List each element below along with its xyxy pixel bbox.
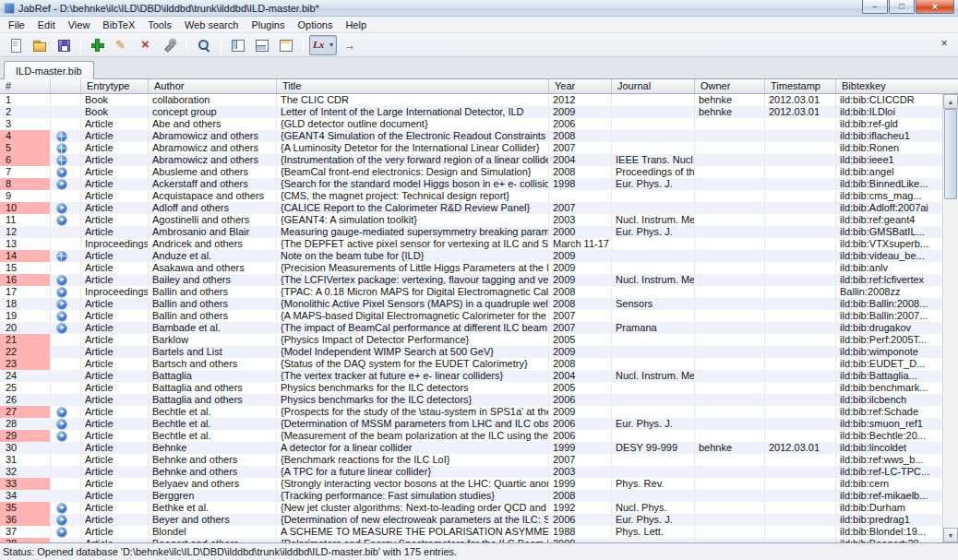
- table-row[interactable]: 10ArticleAdloff and others{CALICE Report…: [0, 202, 942, 214]
- table-row[interactable]: 37ArticleBlondelA SCHEME TO MEASURE THE …: [0, 526, 942, 538]
- table-row[interactable]: 20ArticleBambade et al.{The impact of Be…: [0, 322, 942, 334]
- row-number-cell: 15: [0, 262, 51, 274]
- cell-year: 2007: [549, 202, 612, 214]
- table-row[interactable]: 2Bookconcept groupLetter of Intent of th…: [0, 106, 942, 118]
- menu-item-options[interactable]: Options: [291, 17, 339, 32]
- scroll-down-icon[interactable]: ▼: [943, 528, 958, 542]
- column-header-entrytype[interactable]: Entrytype: [81, 79, 149, 94]
- table-row[interactable]: 14ArticleAnduze et al.Note on the beam t…: [0, 250, 942, 262]
- column-header-number[interactable]: #: [0, 79, 51, 94]
- cell-owner: behnke: [695, 106, 765, 118]
- push-to-lyx-button[interactable]: ▾: [309, 35, 337, 55]
- table-row[interactable]: 24ArticleBattaglia{The vertex tracker at…: [0, 370, 942, 382]
- cell-title: {Tracking performance: Fast simulation s…: [277, 490, 549, 502]
- table-row[interactable]: 23ArticleBartsch and others{Status of th…: [0, 358, 942, 370]
- cell-owner: [695, 370, 765, 382]
- minimize-button[interactable]: –: [862, 0, 888, 14]
- search-button[interactable]: [193, 35, 215, 55]
- table-row[interactable]: 31ArticleBehnke and others{Benchmark rea…: [0, 454, 942, 466]
- edit-strings-button[interactable]: [159, 35, 181, 55]
- table-row[interactable]: 33ArticleBelyaev and others{Strongly int…: [0, 478, 942, 490]
- row-number-cell: 33: [0, 478, 51, 490]
- title-bar[interactable]: JabRef - D:\behnke\ilc\ILD\DBD\ilddbd\tr…: [0, 0, 958, 17]
- scroll-up-icon[interactable]: ▲: [943, 94, 958, 109]
- menu-item-edit[interactable]: Edit: [31, 17, 62, 32]
- table-row[interactable]: 16ArticleBailey and others{The LCFIVerte…: [0, 274, 942, 286]
- save-database-button[interactable]: [53, 35, 75, 55]
- toolbar-separator: [221, 37, 222, 54]
- new-database-button[interactable]: [5, 35, 27, 55]
- table-row[interactable]: 21ArticleBarklow{Physics Impact of Detec…: [0, 334, 942, 346]
- column-header-bibtexkey[interactable]: Bibtexkey: [836, 79, 942, 94]
- table-row[interactable]: 18ArticleBallin and others{Monolithic Ac…: [0, 298, 942, 310]
- edit-entry-button[interactable]: [111, 35, 133, 55]
- table-row[interactable]: 30ArticleBehnkeA detector for a linear c…: [0, 442, 942, 454]
- cross-icon: [138, 38, 153, 53]
- menu-item-tools[interactable]: Tools: [141, 17, 178, 32]
- column-header-icon[interactable]: [51, 79, 81, 94]
- menu-item-help[interactable]: Help: [339, 17, 373, 32]
- delete-entry-button[interactable]: [135, 35, 157, 55]
- cell-author: Behnke: [149, 442, 277, 454]
- menu-item-bibtex[interactable]: BibTeX: [96, 17, 141, 32]
- table-row[interactable]: 32ArticleBehnke and others{A TPC for a f…: [0, 466, 942, 478]
- table-row[interactable]: 34ArticleBerggren{Tracking performance: …: [0, 490, 942, 502]
- table-row[interactable]: 7ArticleAbusleme and others{BeamCal fron…: [0, 166, 942, 178]
- table-row[interactable]: 17InproceedingsBallin and others{TPAC: A…: [0, 286, 942, 298]
- scrollbar-track[interactable]: [943, 109, 958, 528]
- table-row[interactable]: 19ArticleBallin and others{A MAPS-based …: [0, 310, 942, 322]
- cell-title: {Benchmark reactions for the ILC LoI}: [277, 454, 549, 466]
- link-arrow-icon: [57, 528, 66, 537]
- table-row[interactable]: 5ArticleAbramowicz and others{A Luminosi…: [0, 142, 942, 154]
- cell-year: 1998: [549, 178, 612, 190]
- table-row[interactable]: 12ArticleAmbrosanio and BlairMeasuring g…: [0, 226, 942, 238]
- toggle-preview-button[interactable]: [251, 35, 273, 55]
- cell-journal: [612, 262, 695, 274]
- column-header-title[interactable]: Title: [277, 79, 549, 94]
- row-number-cell: 19: [0, 310, 51, 322]
- table-row[interactable]: 9ArticleAcquistapace and others{CMS, the…: [0, 190, 942, 202]
- table-row[interactable]: 11ArticleAgostinelli and others{GEANT4: …: [0, 214, 942, 226]
- table-row[interactable]: 36ArticleBeyer and others{Determination …: [0, 514, 942, 526]
- table-row[interactable]: 28ArticleBechtle et al.{Determination of…: [0, 418, 942, 430]
- table-row[interactable]: 6ArticleAbramowicz and others{Instrument…: [0, 154, 942, 166]
- tab-ild-master[interactable]: ILD-master.bib: [4, 61, 94, 79]
- cell-author: Bartsch and others: [149, 358, 277, 370]
- table-row[interactable]: 25ArticleBattaglia and othersPhysics ben…: [0, 382, 942, 394]
- cell-owner: [695, 430, 765, 442]
- vertical-scrollbar[interactable]: ▲ ▼: [942, 94, 958, 542]
- table-row[interactable]: 29ArticleBechtle et al.{Measurement of t…: [0, 430, 942, 442]
- column-header-year[interactable]: Year: [549, 79, 612, 94]
- column-header-owner[interactable]: Owner: [695, 79, 765, 94]
- menu-item-web-search[interactable]: Web search: [178, 17, 245, 32]
- scrollbar-thumb[interactable]: [944, 109, 957, 199]
- table-row[interactable]: 8ArticleAckerstaff and others{Search for…: [0, 178, 942, 190]
- toggle-groups-button[interactable]: [227, 35, 249, 55]
- table-row[interactable]: 26ArticleBattaglia and othersPhysics ben…: [0, 394, 942, 406]
- link-arrow-icon: [57, 420, 66, 429]
- table-row[interactable]: 22ArticleBartels and List{Model Independ…: [0, 346, 942, 358]
- menu-item-file[interactable]: File: [2, 17, 31, 32]
- table-row[interactable]: 4ArticleAbramowicz and others{GEANT4 Sim…: [0, 130, 942, 142]
- close-button[interactable]: ×: [916, 0, 954, 14]
- cell-entrytype: Inproceedings: [81, 286, 149, 298]
- table-row[interactable]: 13InproceedingsAndricek and others{The D…: [0, 238, 942, 250]
- open-database-button[interactable]: [29, 35, 51, 55]
- push-to-application-button[interactable]: [339, 35, 361, 55]
- column-header-author[interactable]: Author: [149, 79, 277, 94]
- table-row[interactable]: 27ArticleBechtle et al.{Prospects for th…: [0, 406, 942, 418]
- cell-journal: Eur. Phys. J.: [612, 418, 695, 430]
- menu-item-plugins[interactable]: Plugins: [245, 17, 291, 32]
- column-header-timestamp[interactable]: Timestamp: [765, 79, 836, 94]
- table-row[interactable]: 15ArticleAsakawa and others{Precision Me…: [0, 262, 942, 274]
- table-row[interactable]: 1BookcollaborationThe CLIC CDR2012behnke…: [0, 94, 942, 106]
- cell-year: 1988: [549, 526, 612, 538]
- close-pane-icon[interactable]: ×: [938, 38, 951, 51]
- table-row[interactable]: 3ArticleAbe and others{GLD detector outl…: [0, 118, 942, 130]
- highlight-groups-button[interactable]: [275, 35, 297, 55]
- column-header-journal[interactable]: Journal: [612, 79, 695, 94]
- menu-item-view[interactable]: View: [62, 17, 97, 32]
- table-row[interactable]: 35ArticleBethke et al.{New jet cluster a…: [0, 502, 942, 514]
- new-entry-button[interactable]: [87, 35, 109, 55]
- maximize-button[interactable]: □: [889, 0, 915, 14]
